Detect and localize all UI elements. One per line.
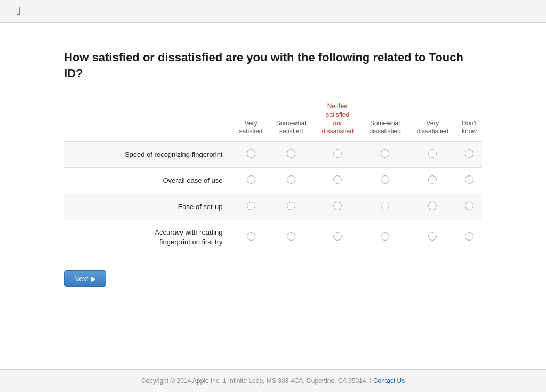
radio-cell[interactable] — [362, 141, 409, 167]
table-row: Accuracy with readingfingerprint on firs… — [64, 220, 482, 254]
radio-cell[interactable] — [233, 141, 268, 167]
radio-neither-3[interactable] — [333, 202, 342, 210]
radio-cell[interactable] — [409, 141, 456, 167]
radio-very-dissatisfied-3[interactable] — [428, 202, 437, 210]
radio-cell[interactable] — [456, 220, 482, 254]
radio-cell[interactable] — [456, 141, 482, 167]
radio-cell[interactable] — [269, 141, 314, 167]
col-header-neither: Neithersatisfiednordissatisfied — [314, 102, 362, 141]
radio-somewhat-dissatisfied-3[interactable] — [381, 202, 389, 210]
radio-neither-1[interactable] — [333, 149, 342, 158]
row-label: Speed of recognizing fingerprint — [64, 141, 233, 167]
next-arrow-icon: ▶ — [91, 275, 96, 283]
next-button-label: Next — [74, 275, 89, 283]
radio-dont-know-3[interactable] — [465, 202, 473, 210]
table-row: Speed of recognizing fingerprint — [64, 141, 482, 167]
radio-dont-know-4[interactable] — [465, 232, 473, 241]
radio-cell[interactable] — [269, 194, 314, 220]
radio-somewhat-satisfied-1[interactable] — [287, 149, 295, 158]
row-label: Ease of set-up — [64, 194, 233, 220]
radio-very-satisfied-2[interactable] — [247, 175, 255, 184]
radio-cell[interactable] — [269, 220, 314, 254]
col-header-dont-know: Don'tknow — [456, 102, 482, 141]
col-header-somewhat-satisfied: Somewhatsatisfied — [269, 102, 314, 141]
radio-cell[interactable] — [314, 194, 362, 220]
radio-cell[interactable] — [314, 220, 362, 254]
radio-cell[interactable] — [456, 167, 482, 194]
radio-very-dissatisfied-1[interactable] — [428, 149, 437, 158]
radio-somewhat-dissatisfied-2[interactable] — [381, 175, 389, 184]
footer: Copyright © 2014 Apple Inc. 1 Infinite L… — [0, 369, 546, 392]
radio-somewhat-dissatisfied-4[interactable] — [381, 232, 389, 241]
radio-somewhat-satisfied-2[interactable] — [287, 175, 295, 184]
radio-neither-4[interactable] — [333, 232, 342, 241]
radio-somewhat-satisfied-3[interactable] — [287, 202, 295, 210]
table-row: Ease of set-up — [64, 194, 482, 220]
radio-cell[interactable] — [362, 194, 409, 220]
radio-very-dissatisfied-4[interactable] — [428, 232, 437, 241]
question-title: How satisfied or dissatisfied are you wi… — [64, 50, 482, 81]
radio-cell[interactable] — [409, 167, 456, 194]
radio-cell[interactable] — [269, 167, 314, 194]
radio-dont-know-1[interactable] — [465, 149, 473, 158]
radio-neither-2[interactable] — [333, 175, 342, 184]
main-content: How satisfied or dissatisfied are you wi… — [0, 23, 546, 369]
radio-very-satisfied-3[interactable] — [247, 202, 255, 210]
radio-dont-know-2[interactable] — [465, 175, 473, 184]
radio-cell[interactable] — [233, 194, 268, 220]
radio-cell[interactable] — [314, 141, 362, 167]
contact-us-link[interactable]: Contact Us — [373, 377, 405, 385]
radio-cell[interactable] — [362, 220, 409, 254]
radio-cell[interactable] — [233, 220, 268, 254]
row-label: Overall ease of use — [64, 167, 233, 194]
radio-cell[interactable] — [362, 167, 409, 194]
radio-somewhat-dissatisfied-1[interactable] — [381, 149, 389, 158]
radio-somewhat-satisfied-4[interactable] — [287, 232, 295, 241]
radio-cell[interactable] — [409, 194, 456, 220]
footer-copyright: Copyright © 2014 Apple Inc. 1 Infinite L… — [141, 377, 372, 385]
next-button[interactable]: Next ▶ — [64, 270, 106, 287]
col-header-somewhat-dissatisfied: Somewhatdissatisfied — [362, 102, 409, 141]
page-wrapper:  How satisfied or dissatisfied are you … — [0, 0, 546, 392]
next-section: Next ▶ — [64, 270, 482, 287]
radio-cell[interactable] — [456, 194, 482, 220]
radio-cell[interactable] — [409, 220, 456, 254]
row-label: Accuracy with readingfingerprint on firs… — [64, 220, 233, 254]
col-empty-header — [64, 102, 233, 141]
radio-very-dissatisfied-2[interactable] — [428, 175, 437, 184]
survey-table: Verysatisfied Somewhatsatisfied Neithers… — [64, 102, 482, 254]
radio-very-satisfied-1[interactable] — [247, 149, 255, 158]
apple-logo-icon:  — [16, 5, 20, 17]
table-row: Overall ease of use — [64, 167, 482, 194]
col-header-very-dissatisfied: Verydissatisfied — [409, 102, 456, 141]
header:  — [0, 0, 546, 23]
column-headers-row: Verysatisfied Somewhatsatisfied Neithers… — [64, 102, 482, 141]
radio-very-satisfied-4[interactable] — [247, 232, 255, 241]
radio-cell[interactable] — [233, 167, 268, 194]
radio-cell[interactable] — [314, 167, 362, 194]
col-header-very-satisfied: Verysatisfied — [233, 102, 268, 141]
